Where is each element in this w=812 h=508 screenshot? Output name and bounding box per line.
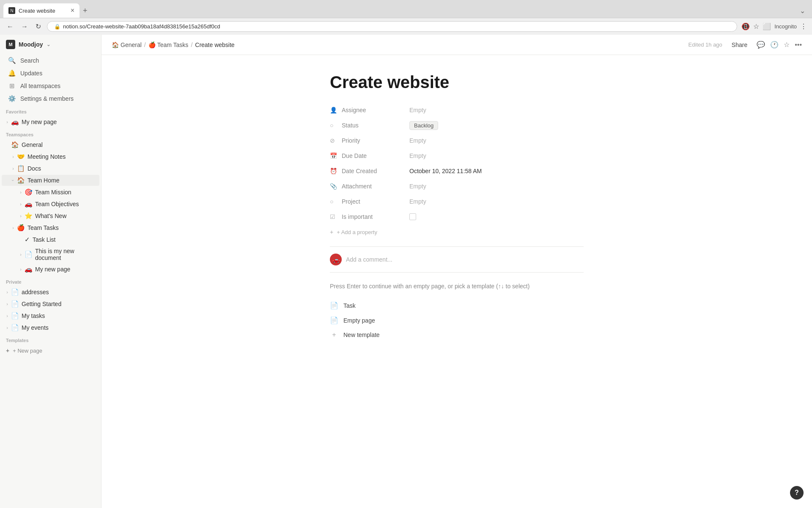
chevron-icon: › [3,301,11,306]
address-bar: ← → ↻ 🔒 notion.so/Create-website-7aab09b… [0,18,812,35]
page-title[interactable]: Create website [330,72,584,92]
star-icon[interactable]: ☆ [753,22,759,30]
sidebar-item-favorites-my-new-page[interactable]: › 🚗 My new page [2,116,99,127]
team-tasks-icon: 🍎 [17,224,25,232]
sidebar-item-whats-new[interactable]: › ⭐ What's New [2,210,99,221]
comment-input[interactable]: Add a comment... [346,256,392,263]
template-empty-page[interactable]: 📄 Empty page [330,313,584,328]
sidebar-item-getting-started[interactable]: › 📄 Getting Started [2,298,99,309]
project-icon: ○ [330,198,338,205]
template-task[interactable]: 📄 Task [330,298,584,313]
history-icon[interactable]: 🕐 [770,41,779,49]
property-priority[interactable]: ⊘ Priority Empty [330,133,584,148]
team-objectives-label: Team Objectives [35,201,79,207]
incognito-button[interactable]: Incognito [774,23,797,30]
sidebar-item-updates[interactable]: 🔔 Updates [2,67,99,79]
properties-section: 👤 Assignee Empty ○ Status Backlog [330,102,584,238]
favorite-icon[interactable]: ☆ [784,41,790,49]
sidebar-item-general[interactable]: 🏠 General [2,139,99,150]
sidebar-item-team-tasks[interactable]: › 🍎 Team Tasks [2,222,99,233]
reload-button[interactable]: ↻ [34,21,43,32]
lock-icon: 🔒 [54,24,60,30]
breadcrumb: 🏠 General / 🍎 Team Tasks / Create websit… [112,41,235,48]
is-important-checkbox[interactable] [409,213,416,220]
sidebar: M Moodjoy ⌄ 🔍 Search 🔔 Updates ⊞ All tea… [0,35,102,508]
breadcrumb-team-tasks[interactable]: 🍎 Team Tasks [148,41,189,48]
new-page-plus-icon: + [6,347,9,354]
sidebar-item-team-mission[interactable]: › 🎯 Team Mission [2,187,99,198]
property-due-date[interactable]: 📅 Due Date Empty [330,148,584,163]
template-new-template[interactable]: + New template [330,328,584,342]
sidebar-item-this-is-my-doc[interactable]: › 📄 This is my new document [2,246,99,263]
date-created-value: October 10, 2022 11:58 AM [409,168,584,174]
sidebar-item-team-objectives[interactable]: › 🚗 Team Objectives [2,199,99,210]
sidebar-item-settings[interactable]: ⚙️ Settings & members [2,93,99,105]
tab-end-controls: ⌄ [796,7,809,15]
due-date-value[interactable]: Empty [409,152,584,159]
breadcrumb-home[interactable]: 🏠 General [112,41,142,48]
more-options-icon[interactable]: ••• [795,41,802,49]
sidebar-item-my-tasks[interactable]: › 📄 My tasks [2,310,99,321]
menu-icon[interactable]: ⋮ [800,22,807,30]
chevron-icon: › [3,325,11,330]
team-mission-icon: 🎯 [25,188,33,196]
updates-icon: 🔔 [8,69,16,77]
property-status[interactable]: ○ Status Backlog [330,118,584,133]
date-created-icon: ⏰ [330,168,338,174]
workspace-switcher[interactable]: M Moodjoy ⌄ [0,35,101,54]
property-project[interactable]: ○ Project Empty [330,194,584,209]
workspace-chevron: ⌄ [47,42,50,47]
general-label: General [22,141,43,148]
sidebar-item-task-list[interactable]: ✓ Task List [2,234,99,245]
url-bar[interactable]: 🔒 notion.so/Create-website-7aab09ba18af4… [47,21,737,32]
sidebar-item-all-teamspaces[interactable]: ⊞ All teamspaces [2,80,99,92]
status-value[interactable]: Backlog [409,121,584,130]
is-important-value[interactable] [409,213,584,220]
chevron-icon: › [3,119,11,124]
meeting-notes-label: Meeting Notes [27,153,66,160]
property-is-important[interactable]: ☑ Is important [330,209,584,224]
assignee-value[interactable]: Empty [409,107,584,113]
my-new-page-fav-label: My new page [22,119,57,125]
all-teamspaces-label: All teamspaces [20,83,60,89]
status-badge[interactable]: Backlog [409,121,438,130]
teamspaces-icon: ⊞ [8,82,16,90]
sidebar-item-search[interactable]: 🔍 Search [2,55,99,66]
breadcrumb-current-page[interactable]: Create website [195,41,234,48]
forward-button[interactable]: → [19,21,30,32]
back-button[interactable]: ← [5,21,15,32]
breadcrumb-separator: / [144,41,146,48]
priority-value[interactable]: Empty [409,137,584,144]
sidebar-item-my-events[interactable]: › 📄 My events [2,322,99,333]
status-label: Status [342,122,409,129]
sidebar-item-meeting-notes[interactable]: › 🤝 Meeting Notes [2,151,99,162]
help-button[interactable]: ? [790,486,804,500]
attachment-icon: 📎 [330,183,338,190]
camera-icon[interactable]: 📵 [741,22,750,30]
new-tab-button[interactable]: + [80,6,91,15]
attachment-value[interactable]: Empty [409,183,584,190]
sidebar-item-docs[interactable]: › 📋 Docs [2,163,99,174]
chevron-icon: › [17,267,25,272]
project-value[interactable]: Empty [409,198,584,205]
active-tab[interactable]: N Create website × [3,3,80,18]
workspace-name: Moodjoy [19,41,43,48]
property-attachment[interactable]: 📎 Attachment Empty [330,179,584,194]
extension-icon[interactable]: ⬜ [763,22,771,30]
private-section-title: Private [0,275,101,286]
meeting-notes-icon: 🤝 [17,153,25,160]
browser-chrome: N Create website × + ⌄ ← → ↻ 🔒 notion.so… [0,0,812,35]
new-template-plus-icon: + [330,331,338,339]
search-label: Search [20,57,39,64]
tab-close-button[interactable]: × [71,7,74,14]
add-property-button[interactable]: + + Add a property [330,226,584,238]
new-page-button[interactable]: + + New page [0,345,101,356]
addresses-label: addresses [22,289,49,295]
comments-icon[interactable]: 💬 [757,41,765,49]
property-assignee[interactable]: 👤 Assignee Empty [330,102,584,118]
sidebar-item-my-new-page-teamspace[interactable]: › 🚗 My new page [2,264,99,275]
sidebar-item-addresses[interactable]: › 📄 addresses [2,287,99,298]
sidebar-item-team-home[interactable]: › 🏠 Team Home [2,175,99,186]
property-date-created[interactable]: ⏰ Date Created October 10, 2022 11:58 AM [330,163,584,179]
share-button[interactable]: Share [727,40,752,50]
